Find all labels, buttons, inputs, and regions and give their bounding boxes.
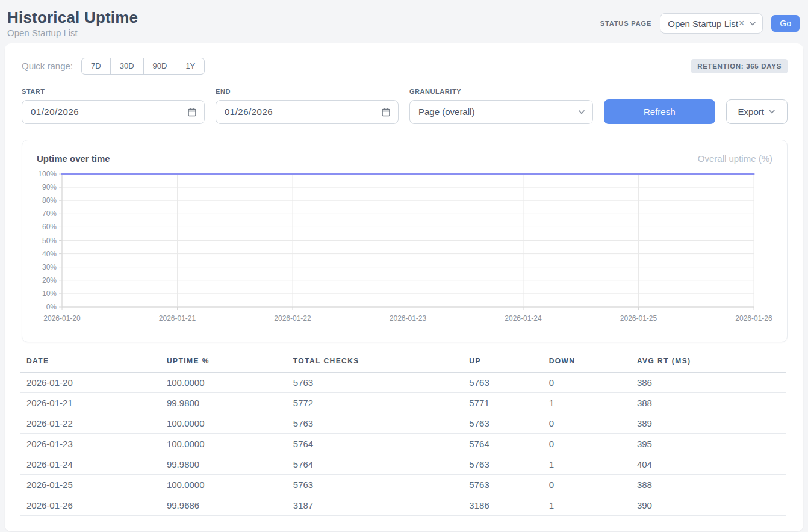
table-cell: 2026-01-20 (20, 372, 167, 392)
quick-range-90d-button[interactable]: 90D (143, 58, 177, 75)
svg-text:60%: 60% (42, 223, 57, 231)
svg-text:2026-01-22: 2026-01-22 (274, 314, 311, 323)
uptime-line-chart: 0%10%20%30%40%50%60%70%80%90%100%2026-01… (22, 169, 787, 329)
status-page-selected-value: Open Startup List (668, 19, 738, 29)
granularity-selected-value: Page (overall) (418, 107, 474, 117)
table-cell: 2026-01-25 (20, 474, 167, 495)
table-cell: 100.0000 (167, 433, 293, 454)
svg-text:20%: 20% (42, 276, 57, 284)
table-cell: 5764 (293, 454, 470, 474)
table-cell: 2026-01-22 (20, 413, 167, 433)
svg-text:90%: 90% (42, 183, 57, 191)
chevron-down-icon (578, 108, 585, 116)
page-title: Historical Uptime (7, 9, 138, 27)
svg-text:2026-01-20: 2026-01-20 (43, 314, 81, 323)
table-cell: 5763 (293, 474, 470, 495)
table-row: 2026-01-2699.9686318731861390 (20, 495, 786, 515)
chart-header: Uptime over time Overall uptime (%) (22, 140, 787, 164)
chevron-down-icon (768, 108, 775, 115)
quick-range-1y-button[interactable]: 1Y (176, 58, 205, 75)
table-row: 2026-01-2199.9800577257711388 (20, 392, 786, 413)
granularity-label: GRANULARITY (409, 88, 593, 95)
quick-range-row: Quick range: 7D30D90D1Y RETENTION: 365 D… (22, 58, 788, 75)
table-cell: 0 (549, 474, 637, 495)
table-header-cell: AVG RT (MS) (637, 357, 786, 373)
table-cell: 5763 (469, 372, 549, 392)
filter-form-row: START 01/20/2026 END 01/26/2026 (22, 88, 788, 124)
table-cell: 2026-01-24 (20, 454, 167, 474)
start-label: START (22, 88, 205, 95)
quick-range-7d-button[interactable]: 7D (81, 58, 111, 75)
granularity-field-group: GRANULARITY Page (overall) (409, 88, 593, 124)
table-cell: 2026-01-26 (20, 495, 167, 515)
table-header-row: DATEUPTIME %TOTAL CHECKSUPDOWNAVG RT (MS… (20, 357, 786, 373)
chart-title: Uptime over time (37, 153, 110, 164)
svg-text:2026-01-21: 2026-01-21 (159, 314, 196, 323)
table-cell: 3187 (293, 495, 470, 515)
table-cell: 5763 (469, 474, 549, 495)
start-date-value: 01/20/2026 (31, 107, 79, 117)
table-cell: 99.9800 (167, 392, 293, 413)
calendar-icon[interactable] (381, 107, 391, 117)
table-row: 2026-01-23100.0000576457640395 (20, 433, 786, 454)
table-row: 2026-01-25100.0000576357630388 (20, 474, 786, 495)
svg-text:0%: 0% (46, 303, 57, 311)
status-page-label: STATUS PAGE (600, 20, 651, 27)
svg-text:40%: 40% (42, 249, 57, 258)
svg-text:2026-01-25: 2026-01-25 (620, 314, 657, 323)
main-panel: Quick range: 7D30D90D1Y RETENTION: 365 D… (5, 43, 803, 531)
uptime-table: DATEUPTIME %TOTAL CHECKSUPDOWNAVG RT (MS… (20, 357, 786, 516)
quick-range-30d-button[interactable]: 30D (110, 58, 144, 75)
table-cell: 100.0000 (167, 372, 293, 392)
table-cell: 5763 (293, 372, 470, 392)
export-button-label: Export (738, 107, 764, 117)
table-cell: 404 (637, 454, 786, 474)
svg-text:100%: 100% (38, 170, 57, 178)
go-button[interactable]: Go (771, 15, 800, 32)
table-header-cell: UPTIME % (167, 357, 293, 373)
table-header-cell: DOWN (549, 357, 637, 373)
table-cell: 1 (549, 392, 637, 413)
table-cell: 3186 (469, 495, 549, 515)
table-cell: 2026-01-23 (20, 433, 167, 454)
retention-badge: RETENTION: 365 DAYS (691, 59, 788, 73)
table-cell: 388 (637, 392, 786, 413)
status-page-select[interactable]: Open Startup List × (660, 13, 763, 34)
table-cell: 100.0000 (167, 474, 293, 495)
chevron-down-icon (749, 20, 756, 27)
export-button[interactable]: Export (726, 99, 788, 124)
table-row: 2026-01-22100.0000576357630389 (20, 413, 786, 433)
table-cell: 0 (549, 372, 637, 392)
svg-text:2026-01-23: 2026-01-23 (390, 314, 427, 323)
table-cell: 5772 (293, 392, 470, 413)
table-cell: 0 (549, 433, 637, 454)
start-date-input[interactable]: 01/20/2026 (22, 100, 205, 124)
table-cell: 5764 (293, 433, 470, 454)
table-cell: 99.9686 (167, 495, 293, 515)
header-controls: STATUS PAGE Open Startup List × Go (600, 13, 800, 34)
table-cell: 5764 (469, 433, 549, 454)
svg-text:10%: 10% (42, 289, 57, 297)
refresh-button[interactable]: Refresh (604, 99, 715, 124)
end-date-value: 01/26/2026 (225, 107, 273, 117)
clear-selection-icon[interactable]: × (739, 19, 744, 28)
page-subtitle: Open Startup List (7, 28, 138, 38)
svg-text:70%: 70% (42, 209, 57, 218)
start-date-field-group: START 01/20/2026 (22, 88, 205, 124)
title-block: Historical Uptime Open Startup List (7, 9, 138, 39)
table-cell: 1 (549, 495, 637, 515)
end-date-input[interactable]: 01/26/2026 (216, 100, 399, 124)
svg-text:2026-01-26: 2026-01-26 (735, 314, 772, 323)
table-cell: 388 (637, 474, 786, 495)
table-header-cell: UP (469, 357, 549, 373)
table-cell: 100.0000 (167, 413, 293, 433)
table-cell: 5771 (469, 392, 549, 413)
table-cell: 390 (637, 495, 786, 515)
uptime-chart-card: Uptime over time Overall uptime (%) 0%10… (22, 140, 788, 342)
calendar-icon[interactable] (187, 107, 197, 117)
granularity-select[interactable]: Page (overall) (409, 100, 593, 124)
table-cell: 99.9800 (167, 454, 293, 474)
table-row: 2026-01-20100.0000576357630386 (20, 372, 786, 392)
quick-range-label: Quick range: (22, 61, 73, 71)
svg-text:50%: 50% (42, 236, 57, 244)
